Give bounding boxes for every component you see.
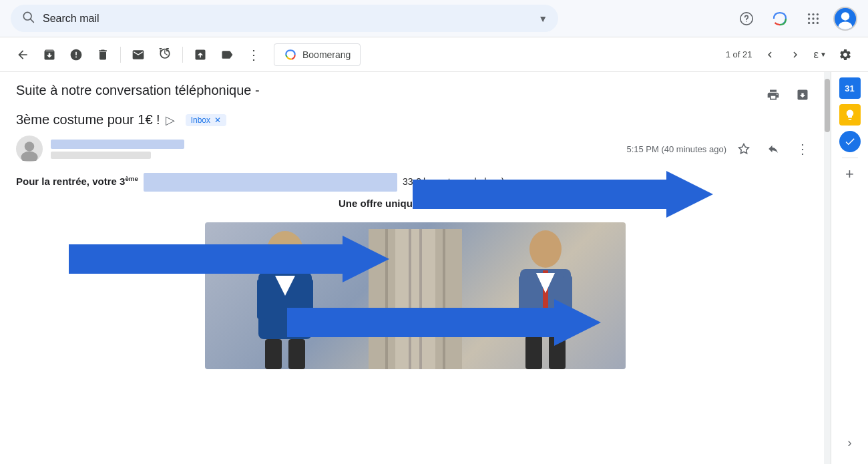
- svg-rect-22: [257, 279, 266, 319]
- sender-actions: 5:15 PM (40 minutes ago) ⋮: [626, 137, 815, 161]
- email-image: [205, 222, 626, 369]
- svg-rect-24: [265, 339, 282, 369]
- inbox-label: Inbox: [191, 115, 210, 125]
- archive-button[interactable]: [37, 43, 61, 67]
- prev-button[interactable]: [758, 43, 782, 67]
- subject-right-icons: [761, 83, 815, 107]
- sender-info: [51, 140, 618, 159]
- calendar-day: 31: [845, 83, 854, 93]
- help-button[interactable]: [733, 5, 760, 32]
- email-body: Pour la rentrée, votre 3ème 33 € le cost…: [16, 173, 815, 369]
- svg-rect-25: [288, 339, 305, 369]
- next-button[interactable]: [783, 43, 807, 67]
- svg-marker-19: [739, 144, 749, 154]
- svg-rect-23: [304, 279, 313, 319]
- sender-avatar: [16, 136, 43, 162]
- reply-button[interactable]: [761, 137, 785, 161]
- subject-row: Suite à notre conversation téléphonique …: [0, 72, 831, 112]
- search-placeholder: Search mail: [43, 13, 530, 25]
- badge-close[interactable]: ✕: [214, 115, 221, 125]
- subject-line2-row: 3ème costume pour 1€ ! ▷ Inbox ✕: [0, 112, 831, 136]
- delete-button[interactable]: [91, 43, 115, 67]
- snooze-mini-icon: ▷: [166, 113, 175, 128]
- svg-point-17: [25, 142, 34, 151]
- mark-unread-button[interactable]: [126, 43, 150, 67]
- search-icon: [21, 10, 35, 27]
- google-meet-button[interactable]: [767, 5, 793, 32]
- boomerang-label: Boomerang: [302, 49, 351, 60]
- more-dots-icon: ⋮: [796, 141, 809, 157]
- svg-rect-29: [563, 276, 572, 316]
- svg-point-20: [266, 231, 304, 274]
- sender-row: 5:15 PM (40 minutes ago) ⋮: [16, 136, 815, 162]
- svg-rect-34: [395, 229, 435, 369]
- expand-right-button[interactable]: ›: [839, 432, 861, 453]
- scroll-thumb: [825, 79, 830, 132]
- svg-rect-37: [409, 229, 411, 369]
- svg-point-8: [812, 17, 814, 19]
- star-button[interactable]: [732, 137, 756, 161]
- subject-line2: 3ème costume pour 1€ !: [16, 112, 160, 128]
- divider-1: [120, 47, 121, 63]
- more-actions-button[interactable]: ⋮: [242, 43, 266, 67]
- snooze-dropdown-arrow: ▼: [820, 51, 827, 58]
- main-content: Suite à notre conversation téléphonique …: [0, 72, 868, 464]
- calendar-icon[interactable]: 31: [839, 77, 861, 99]
- svg-rect-36: [443, 229, 445, 369]
- body-unique-offer: Une offre unique sur le marché !: [339, 198, 492, 209]
- move-button[interactable]: [188, 43, 212, 67]
- inbox-badge: Inbox ✕: [186, 114, 226, 126]
- nav-arrows: [758, 43, 807, 67]
- svg-rect-28: [519, 276, 528, 316]
- svg-point-14: [841, 12, 849, 20]
- snooze-dropdown-button[interactable]: ε ▼: [810, 44, 831, 65]
- search-dropdown-icon[interactable]: ▼: [538, 13, 548, 24]
- svg-point-26: [529, 230, 562, 268]
- search-box[interactable]: Search mail ▼: [11, 5, 558, 32]
- svg-point-5: [812, 13, 814, 15]
- nav-counter: 1 of 21: [726, 49, 752, 59]
- expand-right-icon: ›: [848, 436, 852, 450]
- svg-point-7: [808, 17, 810, 19]
- svg-point-4: [808, 13, 810, 15]
- right-sidebar: 31 + ›: [831, 72, 868, 464]
- top-bar-right: [733, 5, 857, 32]
- tasks-icon[interactable]: [839, 131, 861, 152]
- more-icon: ⋮: [247, 47, 260, 63]
- avatar[interactable]: [833, 7, 857, 31]
- email-message: 5:15 PM (40 minutes ago) ⋮: [0, 136, 831, 380]
- print-button[interactable]: [761, 83, 785, 107]
- scrollbar[interactable]: [824, 72, 831, 464]
- snooze-button[interactable]: [153, 43, 177, 67]
- svg-point-12: [817, 21, 819, 23]
- back-button[interactable]: [11, 43, 35, 67]
- boomerang-button[interactable]: Boomerang: [274, 43, 361, 66]
- expand-button[interactable]: [791, 83, 815, 107]
- sender-name: [51, 140, 184, 149]
- apps-button[interactable]: [800, 5, 827, 32]
- report-button[interactable]: [64, 43, 88, 67]
- more-email-button[interactable]: ⋮: [791, 137, 815, 161]
- subject-line1: Suite à notre conversation téléphonique …: [16, 83, 260, 98]
- divider-2: [182, 47, 183, 63]
- snooze-symbol: ε: [814, 48, 819, 61]
- body-text-bold: Pour la rentrée, votre 3ème: [16, 176, 141, 187]
- settings-button[interactable]: [833, 43, 857, 67]
- svg-point-3: [746, 21, 746, 21]
- top-bar: Search mail ▼: [0, 0, 868, 37]
- svg-line-1: [31, 19, 34, 23]
- svg-rect-38: [419, 229, 422, 369]
- sender-email: [51, 152, 151, 159]
- svg-rect-30: [525, 336, 542, 369]
- body-text-hidden-area: [144, 173, 397, 192]
- svg-rect-35: [385, 229, 388, 369]
- add-plugin-button[interactable]: +: [839, 164, 861, 185]
- label-button[interactable]: [215, 43, 239, 67]
- keep-icon[interactable]: [839, 104, 861, 126]
- svg-point-11: [812, 21, 814, 23]
- sidebar-divider: [842, 158, 858, 158]
- svg-point-10: [808, 21, 810, 23]
- email-panel: Suite à notre conversation téléphonique …: [0, 72, 831, 464]
- svg-point-6: [817, 13, 819, 15]
- toolbar: ⋮ Boomerang 1 of 21 ε ▼: [0, 37, 868, 72]
